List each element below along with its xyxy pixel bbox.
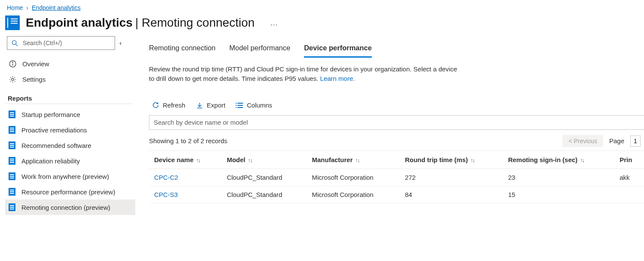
sort-icon: ↑↓: [580, 157, 584, 163]
report-icon: [9, 126, 15, 134]
sidebar-item-work-from-anywhere[interactable]: Work from anywhere (preview): [5, 169, 135, 184]
collapse-sidebar-button[interactable]: ‹‹: [119, 40, 120, 46]
download-icon: [196, 101, 204, 109]
sidebar-item-label: Overview: [22, 60, 49, 68]
sidebar-item-label: Startup performance: [21, 111, 80, 118]
sidebar-item-remoting-connection[interactable]: Remoting connection (preview): [5, 200, 135, 215]
cell-primary: akk: [614, 169, 644, 186]
tab-description: Review the round trip time (RTT) and Clo…: [149, 58, 458, 83]
sidebar-item-startup-performance[interactable]: Startup performance: [5, 107, 135, 122]
tab-model-performance[interactable]: Model performance: [229, 44, 290, 58]
breadcrumb-home[interactable]: Home: [7, 4, 23, 11]
cell-rtt: 272: [400, 169, 503, 186]
col-remoting-sign-in[interactable]: Remoting sign-in (sec)↑↓: [503, 150, 614, 169]
tab-bar: Remoting connection Model performance De…: [149, 36, 644, 58]
svg-point-4: [12, 62, 12, 62]
refresh-button[interactable]: Refresh: [152, 101, 185, 109]
cell-rtt: 84: [400, 186, 503, 203]
report-icon: [9, 172, 15, 180]
page-number-input[interactable]: [630, 135, 641, 147]
tab-device-performance[interactable]: Device performance: [304, 44, 372, 58]
search-icon: [11, 39, 18, 47]
svg-rect-9: [237, 103, 243, 104]
col-round-trip-time[interactable]: Round trip time (ms)↑↓: [400, 150, 503, 169]
tab-remoting-connection[interactable]: Remoting connection: [149, 44, 216, 58]
table-toolbar: Refresh Export Columns: [149, 83, 644, 115]
sidebar-item-label: Resource performance (preview): [21, 188, 115, 196]
sort-icon: ↑↓: [355, 157, 359, 163]
cell-manufacturer: Microsoft Corporation: [307, 169, 400, 186]
device-link[interactable]: CPC-C2: [149, 169, 222, 186]
cell-model: CloudPC_Standard: [222, 186, 307, 203]
more-actions-button[interactable]: …: [270, 18, 278, 28]
refresh-label: Refresh: [163, 101, 185, 109]
sidebar-item-recommended-software[interactable]: Recommended software: [5, 138, 135, 153]
breadcrumb-separator: ›: [26, 4, 28, 11]
cell-signin: 15: [503, 186, 614, 203]
cell-primary: [614, 186, 644, 203]
page-title: Endpoint analytics | Remoting connection: [26, 16, 255, 30]
sidebar-item-label: Settings: [22, 76, 46, 83]
page-title-light: | Remoting connection: [135, 16, 255, 30]
sidebar-item-label: Application reliability: [21, 157, 80, 165]
sidebar-item-proactive-remediations[interactable]: Proactive remediations: [5, 122, 135, 138]
sort-icon: ↑↓: [248, 157, 252, 163]
breadcrumb-current[interactable]: Endpoint analytics: [32, 4, 81, 11]
sidebar-item-label: Proactive remediations: [21, 126, 87, 134]
col-manufacturer[interactable]: Manufacturer↑↓: [307, 150, 400, 169]
svg-line-1: [15, 44, 17, 46]
col-model[interactable]: Model↑↓: [222, 150, 307, 169]
records-summary: Showing 1 to 2 of 2 records: [149, 137, 228, 144]
sort-icon: ↑↓: [196, 157, 200, 163]
svg-rect-10: [237, 105, 243, 106]
cell-model: CloudPC_Standard: [222, 169, 307, 186]
cell-signin: 23: [503, 169, 614, 186]
previous-page-button[interactable]: < Previous: [562, 135, 603, 147]
report-icon: [9, 157, 15, 165]
cell-manufacturer: Microsoft Corporation: [307, 186, 400, 203]
refresh-icon: [152, 101, 159, 109]
table-search-input[interactable]: [149, 115, 644, 130]
sidebar-item-overview[interactable]: Overview: [5, 56, 135, 71]
sidebar-item-label: Work from anywhere (preview): [21, 173, 109, 180]
gear-icon: [9, 75, 16, 83]
sidebar-item-label: Remoting connection (preview): [21, 204, 110, 211]
sidebar-section-reports: Reports: [5, 87, 133, 104]
table-row[interactable]: CPC-S3 CloudPC_Standard Microsoft Corpor…: [149, 186, 644, 203]
svg-point-0: [12, 40, 16, 44]
export-label: Export: [207, 101, 225, 109]
col-device-name[interactable]: Device name↑↓: [149, 150, 222, 169]
sort-icon: ↑↓: [471, 157, 474, 163]
svg-rect-8: [236, 107, 237, 108]
endpoint-analytics-icon: [5, 15, 20, 30]
svg-rect-7: [236, 105, 237, 106]
sidebar-search-box[interactable]: [7, 36, 115, 50]
info-icon: [9, 60, 16, 68]
report-icon: [9, 141, 15, 149]
sidebar-item-resource-performance[interactable]: Resource performance (preview): [5, 184, 135, 200]
sidebar-item-settings[interactable]: Settings: [5, 71, 135, 87]
sidebar: ‹‹ Overview Settings Reports Startup per…: [0, 36, 135, 254]
col-primary[interactable]: Prin: [614, 150, 644, 169]
columns-button[interactable]: Columns: [236, 101, 272, 109]
report-icon: [9, 188, 15, 196]
breadcrumb: Home › Endpoint analytics: [0, 0, 644, 13]
report-icon: [9, 111, 15, 118]
svg-point-5: [11, 78, 13, 80]
page-title-bold: Endpoint analytics: [26, 16, 133, 30]
description-text: Review the round trip time (RTT) and Clo…: [149, 65, 457, 82]
svg-rect-6: [236, 103, 237, 104]
page-header: Endpoint analytics | Remoting connection…: [0, 13, 644, 36]
svg-rect-11: [237, 107, 243, 108]
learn-more-link[interactable]: Learn more.: [320, 75, 355, 82]
sidebar-item-application-reliability[interactable]: Application reliability: [5, 153, 135, 169]
report-icon: [9, 203, 15, 211]
pager: < Previous Page: [562, 135, 644, 147]
columns-icon: [236, 101, 243, 109]
export-button[interactable]: Export: [196, 101, 225, 109]
sidebar-item-label: Recommended software: [21, 142, 91, 149]
device-link[interactable]: CPC-S3: [149, 186, 222, 203]
sidebar-search-input[interactable]: [22, 39, 111, 47]
main-content: Remoting connection Model performance De…: [135, 36, 644, 254]
table-row[interactable]: CPC-C2 CloudPC_Standard Microsoft Corpor…: [149, 169, 644, 186]
